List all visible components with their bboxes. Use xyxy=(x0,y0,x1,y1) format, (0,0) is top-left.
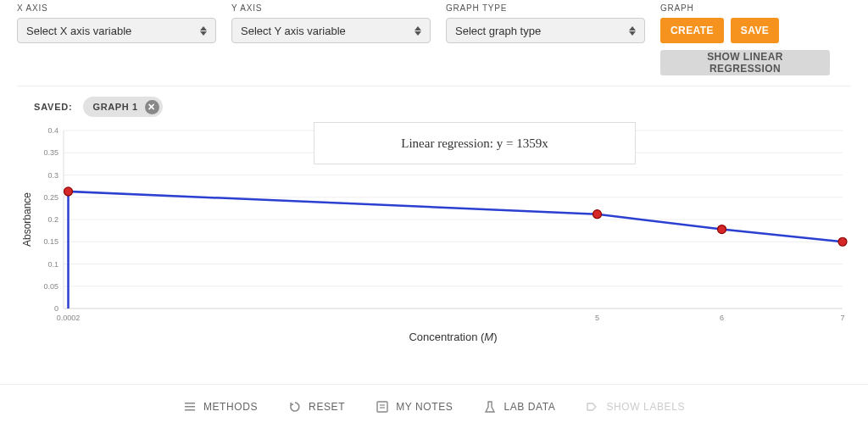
svg-text:0.0002: 0.0002 xyxy=(57,314,81,322)
svg-rect-30 xyxy=(185,409,195,411)
caret-icon xyxy=(200,26,207,36)
labdata-text: LAB DATA xyxy=(504,401,555,413)
labels-text: SHOW LABELS xyxy=(606,401,685,413)
svg-point-25 xyxy=(593,210,602,219)
create-button[interactable]: CREATE xyxy=(660,18,724,43)
save-button[interactable]: SAVE xyxy=(731,18,779,43)
svg-rect-28 xyxy=(185,403,195,404)
methods-button[interactable]: METHODS xyxy=(183,400,258,414)
notes-button[interactable]: MY NOTES xyxy=(376,400,453,414)
svg-text:0.15: 0.15 xyxy=(43,237,58,246)
svg-text:0.05: 0.05 xyxy=(43,282,58,291)
labels-button[interactable]: SHOW LABELS xyxy=(586,400,685,414)
divider xyxy=(17,86,851,86)
svg-text:0.1: 0.1 xyxy=(47,260,58,269)
yaxis-value: Select Y axis variable xyxy=(241,25,346,37)
svg-text:0.3: 0.3 xyxy=(47,171,58,180)
yaxis-col: Y AXIS Select Y axis variable xyxy=(231,3,431,75)
xaxis-col: X AXIS Select X axis variable xyxy=(17,3,216,75)
svg-point-27 xyxy=(838,237,847,246)
notes-icon xyxy=(376,400,389,414)
chip-close-icon[interactable]: ✕ xyxy=(145,100,159,114)
labels-icon xyxy=(586,400,599,414)
y-axis-title: Absorbance xyxy=(21,192,33,247)
chip-text: GRAPH 1 xyxy=(93,102,138,112)
reset-icon xyxy=(288,400,302,414)
gtype-select[interactable]: Select graph type xyxy=(446,18,645,43)
gtype-value: Select graph type xyxy=(455,25,541,37)
labdata-icon xyxy=(483,400,497,414)
reset-text: RESET xyxy=(309,401,345,413)
saved-chip[interactable]: GRAPH 1 ✕ xyxy=(83,97,163,117)
graph-label: GRAPH xyxy=(660,3,830,13)
saved-row: SAVED: GRAPH 1 ✕ xyxy=(0,95,868,122)
button-row: CREATE SAVE SHOW LINEAR REGRESSION xyxy=(660,18,830,75)
xaxis-select[interactable]: Select X axis variable xyxy=(17,18,216,43)
svg-rect-31 xyxy=(377,402,387,412)
saved-label: SAVED: xyxy=(34,102,73,112)
chart-area: Linear regression: y = 1359x 00.050.10.1… xyxy=(17,122,851,351)
methods-text: METHODS xyxy=(203,401,258,413)
svg-point-26 xyxy=(718,225,726,234)
svg-text:0: 0 xyxy=(54,304,58,313)
reset-button[interactable]: RESET xyxy=(288,400,345,414)
svg-point-24 xyxy=(64,187,73,196)
gtype-col: GRAPH TYPE Select graph type xyxy=(446,3,645,75)
labdata-button[interactable]: LAB DATA xyxy=(483,400,555,414)
graph-col: GRAPH CREATE SAVE SHOW LINEAR REGRESSION xyxy=(660,3,830,75)
svg-text:0.2: 0.2 xyxy=(47,215,58,224)
svg-text:7: 7 xyxy=(840,314,844,322)
notes-text: MY NOTES xyxy=(396,401,453,413)
svg-text:6: 6 xyxy=(720,314,724,322)
caret-icon xyxy=(629,26,636,36)
regression-overlay: Linear regression: y = 1359x xyxy=(314,122,636,164)
yaxis-label: Y AXIS xyxy=(231,3,431,13)
svg-text:5: 5 xyxy=(595,314,599,322)
svg-text:0.35: 0.35 xyxy=(43,148,58,157)
xaxis-value: Select X axis variable xyxy=(26,25,131,37)
svg-rect-29 xyxy=(185,406,195,408)
methods-icon xyxy=(183,400,197,414)
footer-bar: METHODS RESET MY NOTES LAB DATA SHOW LAB… xyxy=(0,384,868,428)
regression-button[interactable]: SHOW LINEAR REGRESSION xyxy=(660,50,830,75)
xaxis-label: X AXIS xyxy=(17,3,216,13)
svg-text:0.4: 0.4 xyxy=(47,126,58,135)
data-line xyxy=(69,192,843,308)
x-axis-title: Concentration (M) xyxy=(409,331,497,343)
y-axis: 00.050.10.150.20.250.30.350.4 xyxy=(43,126,64,313)
x-axis: 0.0002567 xyxy=(57,308,845,322)
caret-icon xyxy=(415,26,421,36)
svg-text:0.25: 0.25 xyxy=(43,193,58,202)
yaxis-select[interactable]: Select Y axis variable xyxy=(231,18,431,43)
gtype-label: GRAPH TYPE xyxy=(446,3,645,13)
control-bar: X AXIS Select X axis variable Y AXIS Sel… xyxy=(0,0,868,86)
